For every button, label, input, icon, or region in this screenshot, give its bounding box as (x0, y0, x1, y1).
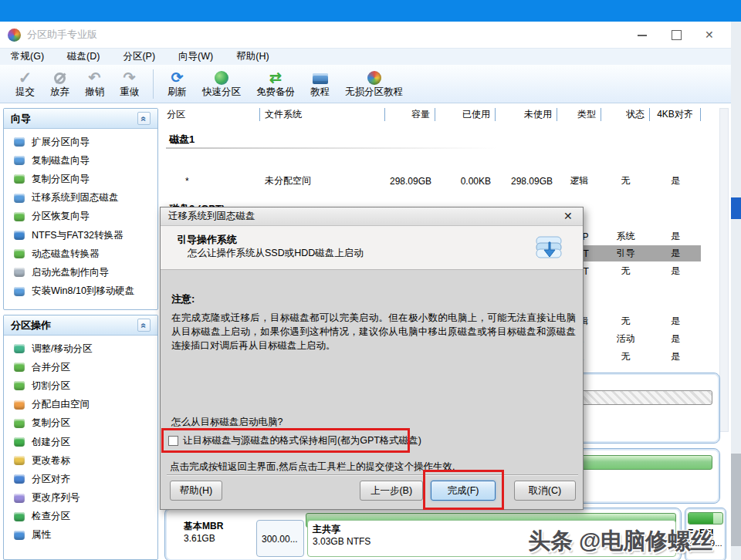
quick-partition-button[interactable]: 快速分区 (195, 66, 249, 102)
desktop-fragment (731, 454, 741, 546)
divider (167, 474, 578, 476)
title-bar: 分区助手专业版 (0, 22, 731, 48)
column-partition[interactable]: 分区 (162, 108, 260, 121)
cancel-button[interactable]: 取消(C) (514, 481, 576, 501)
disk1-group-label: 磁盘1 (169, 133, 195, 147)
free-backup-button[interactable]: 免费备份 (249, 66, 303, 102)
sidebar-item-copy-partition[interactable]: 复制分区 (4, 414, 157, 433)
resize-icon (14, 344, 25, 353)
finish-hint: 点击完成按钮返回主界面,然后点击工具栏上的提交使这个操作生效. (170, 460, 455, 474)
minimize-icon[interactable] (635, 28, 649, 42)
disk3-info: 基本MBR 3.61GB (184, 520, 257, 544)
column-unused[interactable]: 未使用 (496, 108, 557, 121)
sidebar-item-dynamic-disk-converter[interactable]: 动态磁盘转换器 (4, 245, 157, 263)
win-to-go-icon (14, 287, 25, 296)
dialog-close-icon[interactable] (561, 210, 575, 224)
sidebar-item-partition-recovery[interactable]: 分区恢复向导 (4, 207, 157, 226)
dialog-header: 引导操作系统 怎么让操作系统从SSD或HDD磁盘上启动 (161, 226, 583, 270)
menu-disk[interactable]: 磁盘(D) (67, 50, 100, 63)
sidebar-item-create-partition[interactable]: 创建分区 (4, 433, 157, 451)
menu-partition[interactable]: 分区(P) (123, 50, 155, 63)
sidebar-item-check-partition[interactable]: 检查分区 (4, 508, 157, 526)
tutorial-icon (313, 73, 328, 84)
column-filesystem[interactable]: 文件系统 (260, 108, 385, 121)
check-icon (19, 69, 32, 86)
sidebar-item-partition-align[interactable]: 分区对齐 (4, 470, 157, 488)
redo-button[interactable]: 重做 (112, 66, 147, 102)
partition-box-small[interactable]: 300.00... (256, 520, 304, 557)
sidebar-item-boot-cd-wizard[interactable]: 启动光盘制作向导 (4, 263, 157, 282)
column-type[interactable]: 类型 (557, 108, 601, 121)
column-4k-align[interactable]: 4KB对齐 (650, 108, 701, 121)
column-status[interactable]: 状态 (601, 108, 650, 121)
column-capacity[interactable]: 容量 (385, 108, 435, 121)
backup-arrows-icon (269, 69, 282, 86)
migrate-system-dialog: 迁移系统到固态磁盘 引导操作系统 怎么让操作系统从SSD或HDD磁盘上启动 注意… (160, 207, 584, 510)
sidebar-item-properties[interactable]: 属性 (4, 526, 157, 545)
sidebar-item-change-label[interactable]: 更改卷标 (4, 451, 157, 470)
sidebar-item-merge[interactable]: 合并分区 (4, 358, 157, 376)
copy-icon (14, 419, 25, 428)
undo-icon (89, 69, 101, 86)
lossless-tutorial-button[interactable]: 无损分区教程 (337, 66, 411, 102)
refresh-button[interactable]: 刷新 (160, 66, 195, 102)
menu-wizard[interactable]: 向导(W) (178, 50, 213, 63)
migrate-ssd-icon (14, 194, 25, 203)
help-button[interactable]: 帮助(H) (170, 481, 222, 501)
redo-icon (124, 69, 136, 86)
sidebar-item-allocate-free-space[interactable]: 分配自由空间 (4, 396, 157, 414)
desktop-edge (731, 22, 741, 560)
back-button[interactable]: 上一步(B) (360, 481, 423, 501)
collapse-button[interactable] (137, 319, 151, 332)
recovery-icon (14, 212, 25, 221)
merge-icon (14, 363, 25, 372)
boot-cd-icon (14, 268, 25, 277)
dialog-subheading: 怎么让操作系统从SSD或HDD磁盘上启动 (188, 247, 364, 260)
boot-question: 怎么从目标磁盘启动电脑? (171, 416, 283, 429)
maximize-icon[interactable] (669, 28, 683, 42)
pinwheel-icon (367, 71, 381, 85)
app-window: 分区助手专业版 常规(G) 磁盘(D) 分区(P) 向导(W) 帮助(H) 提交… (0, 22, 731, 560)
refresh-icon (171, 69, 184, 86)
sidebar-item-migrate-to-ssd[interactable]: 迁移系统到固态磁盘 (4, 189, 157, 207)
app-logo-icon (8, 29, 21, 42)
column-used[interactable]: 已使用 (435, 108, 496, 121)
sidebar-item-split[interactable]: 切割分区 (4, 376, 157, 395)
commit-button[interactable]: 提交 (8, 66, 42, 102)
desktop-fragment (731, 197, 741, 219)
sidebar-item-ntfs-fat32-converter[interactable]: NTFS与FAT32转换器 (4, 226, 157, 245)
toolbar-separator (153, 69, 154, 99)
allocate-icon (14, 400, 25, 410)
sidebar-item-win-to-go[interactable]: 安装Win8/10到移动硬盘 (4, 282, 157, 301)
wizard-panel: 向导 扩展分区向导 复制磁盘向导 复制分区向导 迁移系统到固态磁盘 分区恢复向导… (3, 108, 158, 310)
table-scrollbar[interactable] (719, 108, 729, 432)
split-icon (14, 381, 25, 390)
undo-button[interactable]: 撤销 (77, 66, 112, 102)
close-icon[interactable] (703, 28, 717, 42)
sidebar-item-extend-partition-wizard[interactable]: 扩展分区向导 (4, 133, 157, 151)
dialog-title-bar: 迁移系统到固态磁盘 (161, 207, 583, 226)
tutorial-button[interactable]: 教程 (303, 66, 337, 102)
menu-general[interactable]: 常规(G) (11, 50, 44, 63)
check-partition-icon (14, 512, 25, 521)
sidebar-item-copy-disk-wizard[interactable]: 复制磁盘向导 (4, 151, 157, 170)
sidebar-item-copy-partition-wizard[interactable]: 复制分区向导 (4, 170, 157, 188)
menu-help[interactable]: 帮助(H) (236, 50, 269, 63)
annotation-box-checkbox (161, 428, 410, 453)
table-row[interactable]: * 未分配空间 298.09GB 0.00KB 298.09GB 逻辑 无 是 (162, 173, 701, 189)
sidebar-item-resize-move[interactable]: 调整/移动分区 (4, 339, 157, 358)
properties-icon (14, 531, 25, 540)
note-text: 在完成克隆或迁移后，目标磁盘都可以完美启动。但在极小数的电脑上，可能无法直接让电… (171, 311, 576, 353)
note-label: 注意: (171, 292, 195, 306)
converter-icon (14, 231, 25, 240)
discard-button[interactable]: 放弃 (42, 66, 77, 102)
extend-wizard-icon (14, 137, 25, 147)
dynamic-disk-icon (14, 249, 25, 258)
sidebar-item-change-serial[interactable]: 更改序列号 (4, 489, 157, 508)
globe-icon (215, 71, 228, 85)
chevron-up-icon (141, 320, 147, 331)
align-icon (14, 474, 25, 484)
operations-panel-header: 分区操作 (4, 315, 157, 336)
collapse-button[interactable] (137, 112, 151, 125)
toolbar: 提交 放弃 撤销 重做 刷新 快速分区 免费备份 教程 (0, 65, 731, 103)
